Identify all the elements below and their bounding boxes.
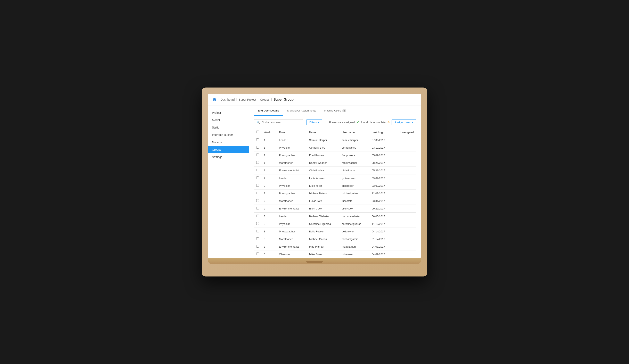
table-row: 2 Environmentalist Ellen Cook ellencook … — [254, 205, 416, 213]
col-username: Username — [339, 128, 369, 136]
tab-multiplayer-assignments[interactable]: Multiplayer Assignments — [283, 106, 320, 116]
sidebar-item-settings[interactable]: Settings — [208, 153, 249, 161]
cell-role: Photographer — [277, 228, 307, 235]
cell-role: Leader — [277, 212, 307, 220]
row-checkbox[interactable] — [256, 176, 259, 179]
main-layout: Project Model Static Interface Builder N… — [208, 106, 421, 258]
cell-name: Cornelia Byrd — [307, 144, 339, 151]
row-checkbox-cell — [254, 228, 261, 235]
header-checkbox — [254, 128, 261, 136]
cell-unassigned — [392, 243, 416, 250]
row-checkbox[interactable] — [256, 237, 259, 240]
cell-name: Elsie Miller — [307, 182, 339, 190]
row-checkbox-cell — [254, 220, 261, 228]
sidebar-item-static[interactable]: Static — [208, 124, 249, 131]
status-assigned-text: All users are assigned — [328, 121, 355, 124]
cell-role: Photographer — [277, 190, 307, 197]
breadcrumb-sep-1: | — [236, 98, 237, 101]
cell-role: Environmentalist — [277, 167, 307, 174]
row-checkbox[interactable] — [256, 192, 259, 194]
cell-last-login: 05/31/2017 — [369, 167, 392, 174]
tab-inactive-users[interactable]: Inactive Users2 — [320, 106, 351, 116]
cell-username: barbarawebster — [339, 212, 369, 220]
table-row: 2 Marathoner Lucas Tate lucastate 03/31/… — [254, 197, 416, 205]
cell-last-login: 11/12/2017 — [369, 220, 392, 228]
cell-name: Samuel Harper — [307, 136, 339, 144]
row-checkbox-cell — [254, 151, 261, 159]
cell-username: mikerose — [339, 250, 369, 258]
inactive-users-badge: 2 — [342, 109, 346, 112]
cell-username: christinahart — [339, 167, 369, 174]
cell-unassigned — [392, 151, 416, 159]
search-input[interactable] — [261, 121, 300, 124]
breadcrumb-super-project[interactable]: Super Project — [239, 98, 256, 101]
cell-world: 2 — [261, 174, 277, 182]
cell-name: Ellen Cook — [307, 205, 339, 213]
cell-world: 2 — [261, 190, 277, 197]
cell-last-login: 04/14/2017 — [369, 228, 392, 235]
header: ≋ Dashboard | Super Project | Groups | S… — [208, 94, 421, 106]
select-all-checkbox[interactable] — [256, 130, 259, 133]
row-checkbox[interactable] — [256, 207, 259, 210]
row-checkbox[interactable] — [256, 215, 259, 217]
col-world: World — [261, 128, 277, 136]
breadcrumb-groups[interactable]: Groups — [260, 98, 270, 101]
row-checkbox[interactable] — [256, 146, 259, 149]
cell-world: 2 — [261, 197, 277, 205]
table-row: 3 Marathoner Michael Garcia michaelgarci… — [254, 235, 416, 243]
breadcrumb-dashboard[interactable]: Dashboard — [221, 98, 235, 101]
row-checkbox[interactable] — [256, 199, 259, 202]
cell-role: Marathoner — [277, 159, 307, 167]
row-checkbox[interactable] — [256, 222, 259, 225]
cell-world: 3 — [261, 212, 277, 220]
row-checkbox[interactable] — [256, 252, 259, 255]
cell-world: 3 — [261, 235, 277, 243]
cell-name: Belle Fowler — [307, 228, 339, 235]
row-checkbox[interactable] — [256, 245, 259, 247]
sidebar-item-groups[interactable]: Groups — [208, 146, 249, 153]
cell-last-login: 03/10/2017 — [369, 144, 392, 151]
table-container: World Role Name Username Last Login Unas… — [249, 128, 421, 258]
laptop-base — [208, 258, 421, 264]
tabs: End User Details Multiplayer Assignments… — [249, 106, 421, 116]
tab-end-user-details[interactable]: End User Details — [254, 106, 283, 116]
screen: ≋ Dashboard | Super Project | Groups | S… — [208, 94, 421, 258]
row-checkbox-cell — [254, 212, 261, 220]
sidebar-item-interface-builder[interactable]: Interface Builder — [208, 131, 249, 138]
check-icon: ✔ — [356, 120, 359, 124]
cell-unassigned — [392, 250, 416, 258]
row-checkbox[interactable] — [256, 184, 259, 187]
table-row: 2 Physician Elsie Miller elsiemiller 03/… — [254, 182, 416, 190]
sidebar-item-model[interactable]: Model — [208, 117, 249, 124]
cell-world: 3 — [261, 220, 277, 228]
cell-world: 1 — [261, 136, 277, 144]
row-checkbox[interactable] — [256, 169, 259, 171]
row-checkbox[interactable] — [256, 153, 259, 156]
row-checkbox[interactable] — [256, 138, 259, 141]
assign-users-button[interactable]: Assign Users ▾ — [392, 119, 416, 125]
cell-name: Lydia Alvarez — [307, 174, 339, 182]
cell-username: maepittman — [339, 243, 369, 250]
row-checkbox-cell — [254, 205, 261, 213]
cell-last-login: 01/17/2017 — [369, 235, 392, 243]
table-row: 1 Environmentalist Christina Hart christ… — [254, 167, 416, 174]
breadcrumb-sep-2: | — [258, 98, 259, 101]
table-row: 1 Leader Samuel Harper samuelharper 07/0… — [254, 136, 416, 144]
cell-unassigned — [392, 205, 416, 213]
cell-username: ellencook — [339, 205, 369, 213]
filter-button[interactable]: Filters ▾ — [306, 119, 322, 125]
status-area: All users are assigned ✔ 1 world is inco… — [328, 119, 416, 125]
cell-username: christinefigueroa — [339, 220, 369, 228]
table-row: 2 Photographer Micheal Peters michealpet… — [254, 190, 416, 197]
sidebar-item-nodejs[interactable]: Node.js — [208, 138, 249, 146]
row-checkbox-cell — [254, 174, 261, 182]
cell-last-login: 06/05/2017 — [369, 212, 392, 220]
cell-role: Physician — [277, 144, 307, 151]
cell-last-login: 07/06/2017 — [369, 136, 392, 144]
cell-last-login: 08/25/2017 — [369, 159, 392, 167]
cell-unassigned — [392, 197, 416, 205]
row-checkbox[interactable] — [256, 230, 259, 233]
sidebar-item-project[interactable]: Project — [208, 109, 249, 117]
col-last-login: Last Login — [369, 128, 392, 136]
row-checkbox[interactable] — [256, 161, 259, 164]
